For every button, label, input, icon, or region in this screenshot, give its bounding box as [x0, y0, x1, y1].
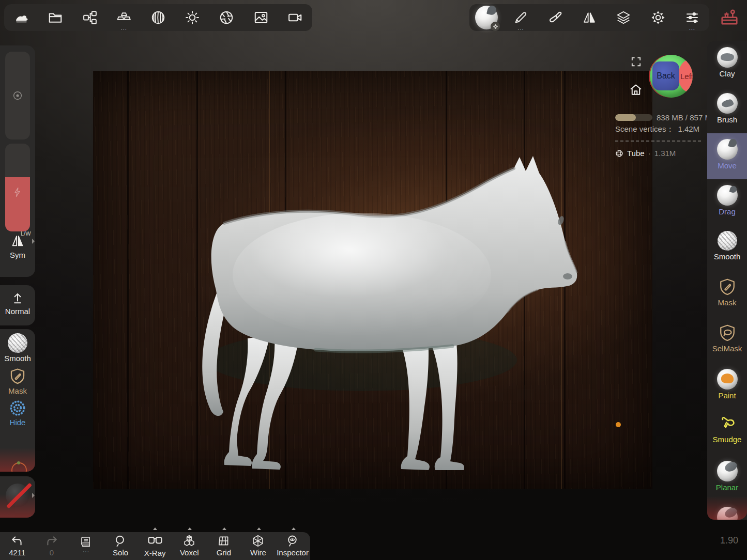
chevron-right-icon[interactable]	[32, 239, 35, 244]
caret-up-icon[interactable]	[153, 527, 157, 530]
no-material-icon	[6, 484, 29, 507]
parameters-sliders-icon[interactable]: ...	[681, 6, 704, 29]
redo-count: 0	[35, 548, 69, 557]
shield-brush-icon	[0, 367, 35, 385]
caret-up-icon[interactable]	[257, 527, 261, 530]
gizmo-left-face[interactable]: Left	[678, 60, 693, 92]
tool-smudge[interactable]: Smudge	[707, 409, 747, 455]
caret-up-icon[interactable]	[188, 527, 192, 530]
files-folder-icon[interactable]	[44, 6, 67, 29]
quick-tools-panel: Smooth Mask Hide	[0, 329, 35, 472]
memory-bar	[615, 114, 652, 121]
object-row: Tube · 1.31M	[615, 149, 676, 158]
layers-icon[interactable]	[612, 6, 635, 29]
lighting-sun-icon[interactable]	[181, 6, 204, 29]
brush-sliders-panel: L/W Sym	[0, 45, 35, 277]
app-window: Left Back 838 MB / 857 MB Scene vertices…	[0, 0, 747, 560]
settings-gear-icon[interactable]	[647, 6, 669, 29]
toggle-voxel[interactable]: Voxel	[172, 532, 207, 560]
smooth-quick-button[interactable]: Smooth	[0, 329, 35, 363]
undo-count: 4211	[0, 548, 35, 557]
toolbox-icon[interactable]	[720, 7, 739, 26]
chevron-right-icon[interactable]	[32, 493, 35, 498]
history-button[interactable]: ...	[69, 532, 103, 560]
painting-brush-icon[interactable]	[544, 6, 567, 29]
toggle-inspector[interactable]: Inspector	[276, 532, 310, 560]
more-indicator: ...	[509, 26, 532, 30]
material-none-button[interactable]	[0, 476, 35, 518]
scene-vertices: Scene vertices：1.42M	[615, 125, 699, 134]
tool-clay[interactable]: Clay	[707, 41, 747, 87]
stroke-pencil-icon[interactable]: ...	[509, 6, 532, 29]
tool-gear-badge[interactable]	[491, 22, 500, 31]
more-indicator: ...	[69, 549, 103, 552]
paint-blob	[721, 374, 734, 383]
pivot-dot	[616, 422, 621, 427]
tool-smooth[interactable]: Smooth	[707, 225, 747, 271]
finger-icon	[707, 410, 747, 433]
main-toolbar: ...	[4, 4, 312, 31]
hide-quick-button[interactable]: Hide	[0, 395, 35, 427]
symmetry-mirror-icon[interactable]	[578, 6, 601, 29]
active-tool-icon[interactable]	[475, 6, 498, 29]
toggle-solo[interactable]: Solo	[103, 532, 138, 560]
dotted-iris-icon	[0, 399, 35, 417]
gizmo-tool-icon[interactable]	[11, 462, 27, 472]
topology-icon[interactable]: ...	[113, 6, 135, 29]
redo-button[interactable]: 0	[35, 532, 69, 560]
horse-model	[93, 71, 652, 489]
tool-partial[interactable]	[707, 501, 747, 520]
tool-mask[interactable]: Mask	[707, 271, 747, 317]
tool-paint[interactable]: Paint	[707, 363, 747, 409]
tool-move[interactable]: Move	[707, 133, 747, 179]
planar-face	[723, 460, 738, 473]
caret-up-icon[interactable]	[292, 527, 296, 530]
sym-badge: L/W	[21, 230, 31, 237]
orientation-gizmo[interactable]: Left Back	[650, 55, 693, 98]
gizmo-back-face[interactable]: Back	[652, 61, 679, 90]
more-indicator: ...	[113, 26, 135, 30]
falloff-normal-button[interactable]: Normal	[0, 285, 35, 325]
tool-sidebar: Clay Brush Move Drag Smooth Mask	[707, 41, 747, 520]
postprocess-aperture-icon[interactable]	[215, 6, 238, 29]
mask-quick-button[interactable]: Mask	[0, 363, 35, 395]
intensity-slider[interactable]	[5, 144, 30, 231]
radius-slider[interactable]	[5, 52, 30, 139]
nomad-logo-icon[interactable]	[10, 6, 33, 29]
tool-selmask[interactable]: SelMask	[707, 317, 747, 363]
more-indicator: ...	[681, 26, 704, 30]
scene-graph-icon[interactable]	[79, 6, 101, 29]
toggle-wire[interactable]: Wire	[241, 532, 276, 560]
smooth-ball-icon	[8, 333, 27, 353]
wireframe-sphere-icon	[615, 149, 623, 158]
shield-brush-icon	[707, 272, 747, 297]
caret-up-icon[interactable]	[222, 527, 226, 530]
undo-button[interactable]: 4211	[0, 532, 35, 560]
toggle-grid[interactable]: Grid	[207, 532, 241, 560]
shield-lasso-icon	[707, 318, 747, 343]
material-matcap-icon[interactable]	[147, 6, 170, 29]
clay-scoop	[721, 53, 734, 61]
tool-settings-toolbar: ... ...	[469, 4, 709, 31]
tool-drag[interactable]: Drag	[707, 179, 747, 225]
bottom-toolbar: 4211 0 ... Solo X-Ray Voxel Grid Wire	[0, 532, 310, 560]
tool-planar[interactable]: Planar	[707, 455, 747, 501]
fullscreen-icon[interactable]	[630, 56, 642, 68]
background-image-icon[interactable]	[250, 6, 272, 29]
brush-groove	[721, 99, 734, 107]
camera-video-icon[interactable]	[284, 6, 307, 29]
tool-brush[interactable]: Brush	[707, 87, 747, 133]
arrow-up-icon	[0, 285, 35, 306]
drag-notch	[729, 185, 737, 194]
stats-divider	[615, 141, 701, 142]
smooth-ball-icon	[718, 231, 737, 251]
home-icon[interactable]	[629, 83, 643, 97]
toggle-xray[interactable]: X-Ray	[138, 532, 172, 560]
zoom-level: 1.90	[720, 535, 738, 546]
symmetry-button[interactable]: L/W Sym	[0, 232, 35, 259]
memory-text: 838 MB / 857 MB	[657, 113, 707, 122]
move-notch	[728, 138, 737, 148]
viewport-canvas[interactable]	[93, 71, 652, 489]
